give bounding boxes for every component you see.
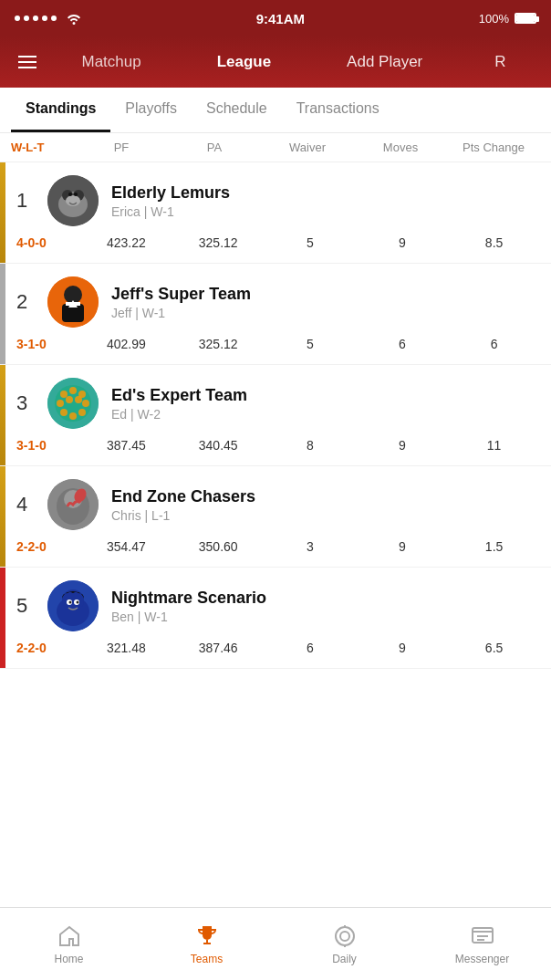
rank-accent <box>0 162 5 263</box>
team-name: End Zone Chasers <box>111 487 540 506</box>
team-details: Elderly Lemurs Erica | W-1 <box>111 183 540 219</box>
team-avatar <box>47 276 99 328</box>
svg-point-17 <box>57 400 64 407</box>
header-pa: PA <box>168 141 261 154</box>
team-name: Ed's Expert Team <box>111 386 540 405</box>
tab-playoffs[interactable]: Playoffs <box>110 88 192 132</box>
team-avatar <box>47 175 99 226</box>
status-time: 9:41AM <box>256 11 305 26</box>
team-rank: 5 <box>16 594 42 618</box>
svg-point-5 <box>68 193 72 196</box>
team-stats: 3-1-0 387.45 340.45 8 9 11 <box>0 434 551 465</box>
stat-pa: 350.60 <box>172 539 265 554</box>
daily-label: Daily <box>332 953 357 965</box>
stat-wlt: 4-0-0 <box>16 235 80 250</box>
stat-pf: 423.22 <box>80 235 172 250</box>
battery-icon <box>515 13 536 24</box>
team-owner: Erica | W-1 <box>111 204 540 219</box>
team-info: 2 Jeff's Super Team Jeff | W-1 <box>0 264 551 333</box>
stat-pts-change: 1.5 <box>448 539 540 554</box>
stat-pf: 354.47 <box>80 539 172 554</box>
nav-daily[interactable]: Daily <box>276 923 413 965</box>
stat-pts-change: 8.5 <box>448 235 540 250</box>
standings-list: 1 Elderly Lemurs Erica | <box>0 162 551 742</box>
tab-schedule[interactable]: Schedule <box>192 88 282 132</box>
stat-pts-change: 11 <box>448 438 540 453</box>
team-row[interactable]: 1 Elderly Lemurs Erica | <box>0 162 551 264</box>
team-name: Jeff's Super Team <box>111 285 540 304</box>
team-name: Elderly Lemurs <box>111 183 540 203</box>
team-rank: 2 <box>16 290 42 314</box>
team-rank: 3 <box>16 391 42 415</box>
team-details: End Zone Chasers Chris | L-1 <box>111 487 540 523</box>
stat-pa: 387.46 <box>172 641 265 655</box>
stat-pa: 325.12 <box>172 235 265 250</box>
team-rank: 4 <box>16 493 42 516</box>
svg-point-22 <box>69 412 77 420</box>
stat-moves: 9 <box>356 539 448 554</box>
rank-accent <box>0 264 5 364</box>
column-headers: W-L-T PF PA Waiver Moves Pts Change <box>0 133 551 162</box>
menu-button[interactable] <box>11 48 44 76</box>
team-row[interactable]: 3 Ed's Expert Team <box>0 365 551 466</box>
svg-point-20 <box>82 400 89 407</box>
signal-area <box>15 12 82 25</box>
team-avatar <box>47 479 99 530</box>
teams-label: Teams <box>191 953 223 965</box>
svg-point-18 <box>66 396 73 403</box>
nav-messenger[interactable]: Messenger <box>413 923 551 965</box>
stat-pf: 402.99 <box>80 337 172 351</box>
messenger-label: Messenger <box>455 953 509 965</box>
stat-pts-change: 6 <box>448 337 540 351</box>
rank-accent <box>0 365 5 465</box>
header-pf: PF <box>75 141 168 154</box>
svg-point-21 <box>60 409 68 416</box>
messenger-icon <box>470 923 495 949</box>
sub-tabs: Standings Playoffs Schedule Transactions <box>0 88 551 133</box>
svg-point-38 <box>340 932 349 941</box>
battery-percentage: 100% <box>479 12 509 26</box>
svg-point-33 <box>69 601 72 604</box>
team-owner: Ed | W-2 <box>111 407 540 422</box>
tab-standings[interactable]: Standings <box>11 88 110 132</box>
team-avatar <box>47 580 99 631</box>
nav-home[interactable]: Home <box>0 923 138 965</box>
team-avatar <box>47 378 99 429</box>
team-row[interactable]: 4 End Zone Chasers Chris | L-1 <box>0 466 551 568</box>
team-owner: Ben | W-1 <box>111 610 540 624</box>
team-details: Ed's Expert Team Ed | W-2 <box>111 386 540 422</box>
wifi-icon <box>66 12 82 25</box>
battery-area: 100% <box>479 12 536 26</box>
stat-wlt: 2-2-0 <box>16 539 80 554</box>
bottom-nav: Home Teams Daily <box>0 907 551 980</box>
svg-point-14 <box>60 391 68 398</box>
stat-waiver: 3 <box>265 539 357 554</box>
stat-moves: 9 <box>356 438 448 453</box>
svg-point-15 <box>69 387 77 394</box>
team-stats: 2-2-0 354.47 350.60 3 9 1.5 <box>0 536 551 567</box>
team-details: Nightmare Scenario Ben | W-1 <box>111 589 540 624</box>
team-owner: Chris | L-1 <box>111 508 540 523</box>
team-rank: 1 <box>16 189 42 213</box>
team-info: 1 Elderly Lemurs Erica | <box>0 162 551 232</box>
tab-transactions[interactable]: Transactions <box>282 88 394 132</box>
stat-moves: 9 <box>356 235 448 250</box>
stat-pts-change: 6.5 <box>448 641 540 655</box>
league-nav[interactable]: League <box>208 46 281 78</box>
team-row[interactable]: 2 Jeff's Super Team Jeff | W-1 <box>0 264 551 365</box>
team-row[interactable]: 5 Nightmare Scenario Ben <box>0 568 551 669</box>
team-info: 4 End Zone Chasers Chris | L-1 <box>0 466 551 536</box>
team-details: Jeff's Super Team Jeff | W-1 <box>111 285 540 320</box>
r-nav[interactable]: R <box>489 46 511 78</box>
nav-teams[interactable]: Teams <box>138 923 276 965</box>
svg-point-34 <box>77 601 79 604</box>
header-wlt: W-L-T <box>11 141 75 154</box>
matchup-nav[interactable]: Matchup <box>72 46 150 78</box>
stat-moves: 9 <box>356 641 448 655</box>
stat-moves: 6 <box>356 337 448 351</box>
add-player-nav[interactable]: Add Player <box>338 46 431 78</box>
stat-wlt: 3-1-0 <box>16 337 80 351</box>
stat-pf: 321.48 <box>80 641 172 655</box>
daily-icon <box>332 923 358 949</box>
rank-accent <box>0 466 5 567</box>
